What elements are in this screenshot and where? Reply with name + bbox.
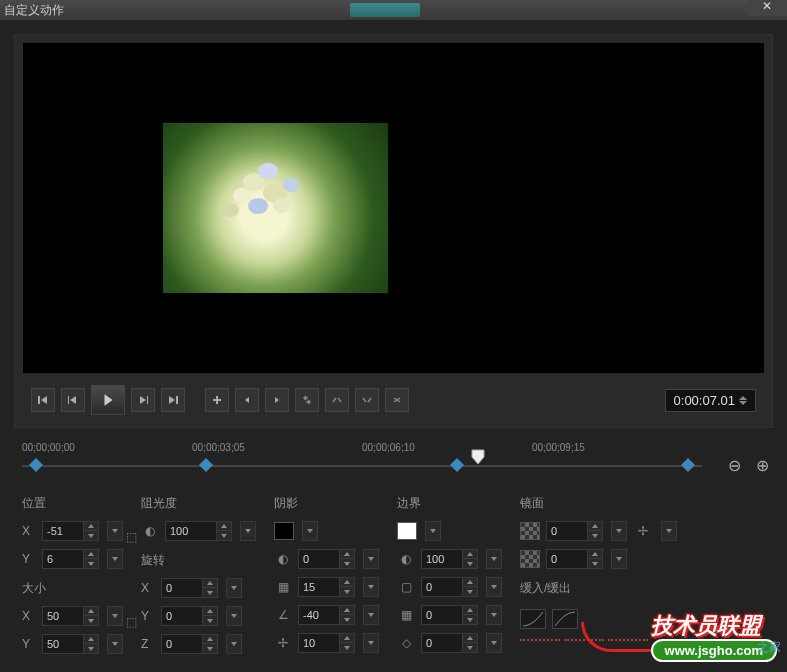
spin-up[interactable] xyxy=(340,550,354,559)
ease-keyframe-button[interactable] xyxy=(355,388,379,412)
mirror-keyframe-button[interactable] xyxy=(325,388,349,412)
border-v3-menu[interactable] xyxy=(486,605,502,625)
shadow-v2-input[interactable] xyxy=(298,577,355,597)
spin-up[interactable] xyxy=(463,606,477,615)
spin-down[interactable] xyxy=(203,644,217,653)
prev-frame-button[interactable] xyxy=(61,388,85,412)
mirror-v1-menu[interactable] xyxy=(611,521,627,541)
spin-up[interactable] xyxy=(588,522,602,531)
spin-down[interactable] xyxy=(588,531,602,540)
border-color-swatch[interactable] xyxy=(397,522,417,540)
spin-down[interactable] xyxy=(340,559,354,568)
border-color-menu[interactable] xyxy=(425,521,441,541)
shadow-v3-menu[interactable] xyxy=(363,605,379,625)
timeline[interactable]: 00;00;00;00 00;00;03;05 00;00;06;10 00;0… xyxy=(14,442,773,475)
size-y-input[interactable] xyxy=(42,634,99,654)
spin-down[interactable] xyxy=(84,559,98,568)
spin-up[interactable] xyxy=(203,579,217,588)
size-link-icon[interactable]: ⬚ xyxy=(122,602,140,642)
spin-up[interactable] xyxy=(340,606,354,615)
shadow-v2-menu[interactable] xyxy=(363,577,379,597)
spin-down[interactable] xyxy=(340,643,354,652)
size-y-menu[interactable] xyxy=(107,634,123,654)
shadow-v1-input[interactable] xyxy=(298,549,355,569)
opacity-input[interactable] xyxy=(165,521,232,541)
spin-down[interactable] xyxy=(463,615,477,624)
shadow-v4-menu[interactable] xyxy=(363,633,379,653)
border-v1-menu[interactable] xyxy=(486,549,502,569)
border-v1-input[interactable] xyxy=(421,549,478,569)
zoom-out-button[interactable]: ⊖ xyxy=(723,454,745,476)
mirror-v1-input[interactable] xyxy=(546,521,603,541)
delete-keyframe-button[interactable] xyxy=(385,388,409,412)
border-v4-input[interactable] xyxy=(421,633,478,653)
zoom-in-button[interactable]: ⊕ xyxy=(751,454,773,476)
spin-down[interactable] xyxy=(217,531,231,540)
shadow-color-menu[interactable] xyxy=(302,521,318,541)
spin-up[interactable] xyxy=(340,634,354,643)
spin-down[interactable] xyxy=(588,559,602,568)
rotation-y-input[interactable] xyxy=(161,606,218,626)
spin-up[interactable] xyxy=(84,522,98,531)
spin-down[interactable] xyxy=(463,587,477,596)
opacity-menu[interactable] xyxy=(240,521,256,541)
mirror-move-menu[interactable] xyxy=(661,521,677,541)
shadow-v1-menu[interactable] xyxy=(363,549,379,569)
position-x-menu[interactable] xyxy=(107,521,123,541)
mirror-swatch[interactable] xyxy=(520,522,540,540)
spin-up[interactable] xyxy=(84,607,98,616)
rotation-x-menu[interactable] xyxy=(226,578,242,598)
keyframe-marker[interactable] xyxy=(681,458,695,472)
rotation-y-menu[interactable] xyxy=(226,606,242,626)
timecode-down[interactable] xyxy=(739,401,747,405)
position-x-input[interactable] xyxy=(42,521,99,541)
goto-start-button[interactable] xyxy=(31,388,55,412)
ease-out-button[interactable] xyxy=(552,609,578,629)
ease-in-button[interactable] xyxy=(520,609,546,629)
border-v2-input[interactable] xyxy=(421,577,478,597)
spin-down[interactable] xyxy=(203,616,217,625)
next-keyframe-button[interactable] xyxy=(265,388,289,412)
close-button[interactable]: ✕ xyxy=(747,0,787,16)
timecode-display[interactable]: 0:00:07.01 xyxy=(665,389,756,412)
spin-down[interactable] xyxy=(463,559,477,568)
position-y-input[interactable] xyxy=(42,549,99,569)
spin-up[interactable] xyxy=(463,578,477,587)
playhead[interactable] xyxy=(471,449,485,469)
spin-down[interactable] xyxy=(84,644,98,653)
prev-keyframe-button[interactable] xyxy=(235,388,259,412)
play-button[interactable] xyxy=(91,385,125,415)
spin-up[interactable] xyxy=(463,634,477,643)
spin-up[interactable] xyxy=(84,635,98,644)
border-v2-menu[interactable] xyxy=(486,577,502,597)
goto-end-button[interactable] xyxy=(161,388,185,412)
rotation-z-menu[interactable] xyxy=(226,634,242,654)
spin-up[interactable] xyxy=(463,550,477,559)
spin-up[interactable] xyxy=(588,550,602,559)
rotation-x-input[interactable] xyxy=(161,578,218,598)
spin-down[interactable] xyxy=(340,587,354,596)
spin-up[interactable] xyxy=(203,607,217,616)
size-x-input[interactable] xyxy=(42,606,99,626)
spin-up[interactable] xyxy=(203,635,217,644)
spin-down[interactable] xyxy=(203,588,217,597)
shadow-color-swatch[interactable] xyxy=(274,522,294,540)
size-x-menu[interactable] xyxy=(107,606,123,626)
spin-up[interactable] xyxy=(84,550,98,559)
keyframe-marker[interactable] xyxy=(29,458,43,472)
spin-up[interactable] xyxy=(217,522,231,531)
preview-canvas[interactable] xyxy=(23,43,764,373)
keyframe-marker[interactable] xyxy=(199,458,213,472)
position-y-menu[interactable] xyxy=(107,549,123,569)
border-v4-menu[interactable] xyxy=(486,633,502,653)
shadow-v4-input[interactable] xyxy=(298,633,355,653)
keyframe-marker[interactable] xyxy=(450,458,464,472)
spin-down[interactable] xyxy=(84,531,98,540)
spin-down[interactable] xyxy=(84,616,98,625)
shadow-v3-input[interactable] xyxy=(298,605,355,625)
mirror-swatch2[interactable] xyxy=(520,550,540,568)
timeline-track[interactable] xyxy=(22,457,702,475)
reverse-keyframe-button[interactable] xyxy=(295,388,319,412)
mirror-v2-menu[interactable] xyxy=(611,549,627,569)
position-link-icon[interactable]: ⬚ xyxy=(122,517,140,557)
